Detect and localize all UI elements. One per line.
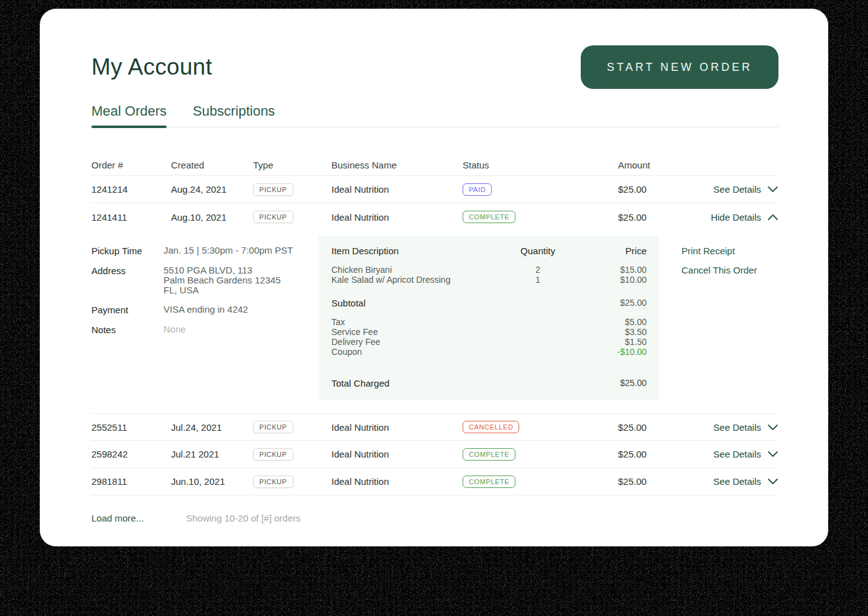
order-row-2552511: 2552511 Jul.24, 2021 PICKUP Ideal Nutrit… xyxy=(91,413,778,441)
order-amount: $25.00 xyxy=(618,449,686,459)
column-header-status: Status xyxy=(463,160,618,170)
cancel-order-button[interactable]: Cancel This Order xyxy=(681,265,757,275)
chevron-down-icon xyxy=(767,477,778,485)
tab-meal-orders[interactable]: Meal Orders xyxy=(91,99,167,127)
subtotal-value: $25.00 xyxy=(578,298,647,308)
order-info: Pickup Time Jan. 15 | 5:30pm - 7:00pm PS… xyxy=(91,236,318,400)
receipt-panel: Item Description Quantity Price Chicken … xyxy=(318,236,659,400)
hide-details-button[interactable]: Hide Details xyxy=(711,212,778,223)
fees-list: Tax $5.00 Service Fee $3.50 Delivery Fee… xyxy=(331,317,647,357)
start-new-order-button[interactable]: START NEW ORDER xyxy=(581,45,778,89)
see-details-label: See Details xyxy=(713,476,761,487)
type-badge-pickup: PICKUP xyxy=(253,476,293,488)
payment-label: Payment xyxy=(91,305,164,315)
see-details-button[interactable]: See Details xyxy=(713,422,778,433)
item-quantity: 1 xyxy=(497,275,578,285)
type-badge-pickup: PICKUP xyxy=(253,211,293,223)
column-header-order: Order # xyxy=(91,160,171,170)
fee-value: $5.00 xyxy=(578,317,647,327)
receipt-item-row: Kale Salad w/ Apricot Dressing 1 $10.00 xyxy=(331,275,647,285)
order-amount: $25.00 xyxy=(618,212,686,223)
see-details-button[interactable]: See Details xyxy=(713,449,778,459)
order-actions: Print Receipt Cancel This Order xyxy=(659,236,778,400)
fee-row-coupon: Coupon -$10.00 xyxy=(331,347,647,357)
subtotal-label: Subtotal xyxy=(331,298,497,308)
status-badge-complete: COMPLETE xyxy=(463,211,515,223)
type-badge-pickup: PICKUP xyxy=(253,448,293,461)
order-number: 1241411 xyxy=(91,212,171,223)
see-details-button[interactable]: See Details xyxy=(713,184,778,195)
column-header-type: Type xyxy=(253,160,331,170)
orders-table: Order # Created Type Business Name Statu… xyxy=(91,155,778,523)
fee-label: Service Fee xyxy=(331,327,497,337)
chevron-down-icon xyxy=(767,185,778,193)
item-price: $10.00 xyxy=(578,275,647,285)
total-value: $25.00 xyxy=(578,378,647,388)
business-name: Ideal Nutrition xyxy=(331,449,463,459)
order-created: Jul.21 2021 xyxy=(171,449,253,459)
see-details-label: See Details xyxy=(713,422,761,433)
column-header-amount: Amount xyxy=(618,160,686,170)
order-created: Aug.24, 2021 xyxy=(171,184,253,195)
fee-value: $1.50 xyxy=(578,337,647,347)
my-account-panel: My Account START NEW ORDER Meal Orders S… xyxy=(40,9,828,546)
account-tabs: Meal Orders Subscriptions xyxy=(91,99,778,127)
column-header-created: Created xyxy=(171,160,253,170)
order-row-2981811: 2981811 Jun.10, 2021 PICKUP Ideal Nutrit… xyxy=(91,468,778,495)
receipt-header: Item Description Quantity Price xyxy=(331,246,647,256)
status-badge-cancelled: CANCELLED xyxy=(463,421,519,433)
tab-subscriptions[interactable]: Subscriptions xyxy=(193,99,275,127)
see-details-label: See Details xyxy=(713,184,761,195)
order-row-1241411: 1241411 Aug.10, 2021 PICKUP Ideal Nutrit… xyxy=(91,203,778,231)
pickup-time-label: Pickup Time xyxy=(91,246,164,256)
status-badge-complete: COMPLETE xyxy=(463,448,515,461)
item-name: Kale Salad w/ Apricot Dressing xyxy=(331,275,497,285)
address-value: 5510 PGA BLVD, 113 Palm Beach Gardens 12… xyxy=(164,265,318,295)
fee-row: Delivery Fee $1.50 xyxy=(331,337,647,347)
status-badge-complete: COMPLETE xyxy=(463,476,515,488)
item-price: $15.00 xyxy=(578,265,647,275)
receipt-items: Chicken Biryani 2 $15.00 Kale Salad w/ A… xyxy=(331,265,647,285)
order-amount: $25.00 xyxy=(618,476,686,487)
order-created: Aug.10, 2021 xyxy=(171,212,253,223)
order-number: 2552511 xyxy=(91,422,171,433)
type-badge-pickup: PICKUP xyxy=(253,421,293,433)
business-name: Ideal Nutrition xyxy=(331,476,463,487)
pickup-time-value: Jan. 15 | 5:30pm - 7:00pm PST xyxy=(164,246,318,256)
chevron-up-icon xyxy=(767,213,778,221)
status-badge-paid: PAID xyxy=(463,183,492,196)
showing-count-text: Showing 10-20 of [#] orders xyxy=(186,513,300,523)
hide-details-label: Hide Details xyxy=(711,212,761,223)
total-row: Total Charged $25.00 xyxy=(331,378,647,388)
fee-row: Tax $5.00 xyxy=(331,317,647,327)
address-label: Address xyxy=(91,265,164,295)
orders-table-header: Order # Created Type Business Name Statu… xyxy=(91,155,778,176)
order-row-1241214: 1241214 Aug.24, 2021 PICKUP Ideal Nutrit… xyxy=(91,176,778,203)
order-number: 2981811 xyxy=(91,476,171,487)
see-details-button[interactable]: See Details xyxy=(713,476,778,487)
fee-value: $3.50 xyxy=(578,327,647,337)
payment-value: VISA ending in 4242 xyxy=(164,305,318,315)
column-header-business: Business Name xyxy=(331,160,463,170)
order-details-expanded: Pickup Time Jan. 15 | 5:30pm - 7:00pm PS… xyxy=(91,236,778,400)
receipt-price-header: Price xyxy=(578,246,647,256)
business-name: Ideal Nutrition xyxy=(331,184,463,195)
print-receipt-button[interactable]: Print Receipt xyxy=(681,246,735,256)
load-more-button[interactable]: Load more... xyxy=(91,513,144,523)
item-name: Chicken Biryani xyxy=(331,265,497,275)
order-number: 2598242 xyxy=(91,449,171,459)
page-header: My Account START NEW ORDER xyxy=(91,45,778,90)
total-label: Total Charged xyxy=(331,378,497,388)
business-name: Ideal Nutrition xyxy=(331,422,463,433)
receipt-item-row: Chicken Biryani 2 $15.00 xyxy=(331,265,647,275)
page-title: My Account xyxy=(91,54,212,80)
coupon-value: -$10.00 xyxy=(578,347,647,357)
item-quantity: 2 xyxy=(497,265,578,275)
subtotal-row: Subtotal $25.00 xyxy=(331,298,647,308)
notes-label: Notes xyxy=(91,324,164,335)
see-details-label: See Details xyxy=(713,449,761,459)
coupon-label: Coupon xyxy=(331,347,497,357)
receipt-item-header: Item Description xyxy=(331,246,497,256)
receipt-quantity-header: Quantity xyxy=(497,246,578,256)
order-amount: $25.00 xyxy=(618,422,686,433)
